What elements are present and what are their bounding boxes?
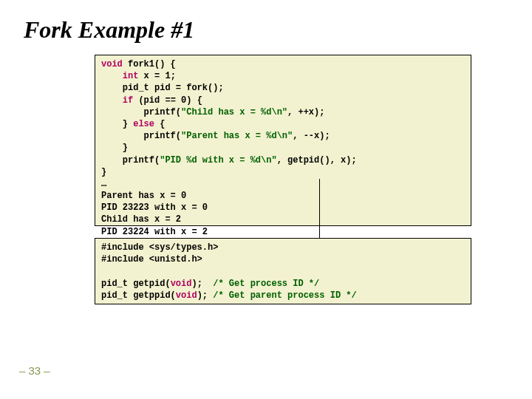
- connector-line: [319, 179, 320, 238]
- code-text: printf(: [101, 131, 181, 141]
- page-number: – 33 –: [19, 364, 50, 377]
- output-line: PID 23224 with x = 2: [101, 227, 208, 237]
- code-text: , ++x);: [287, 107, 324, 117]
- code-text: printf(: [101, 155, 160, 166]
- code-text: pid_t pid = fork();: [101, 83, 224, 93]
- string-literal: "Parent has x = %d\n": [181, 131, 293, 141]
- code-text: }: [101, 167, 106, 177]
- kw-if: if: [101, 95, 133, 106]
- output-line: PID 23223 with x = 0: [101, 202, 208, 213]
- string-literal: "PID %d with x = %d\n": [160, 155, 276, 166]
- code-text: }: [101, 143, 128, 153]
- comment: /* Get process ID */: [213, 279, 319, 289]
- code-text: {: [154, 119, 165, 129]
- code-text: );: [197, 290, 214, 301]
- code-text: #include <unistd.h>: [101, 254, 202, 265]
- code-text: pid_t getppid(: [101, 290, 176, 301]
- code-text: (pid == 0) {: [133, 95, 202, 106]
- slide: Fork Example #1 void fork1() { int x = 1…: [0, 0, 532, 399]
- code-text: …: [101, 179, 106, 189]
- kw-else: else: [133, 119, 154, 129]
- output-line: Parent has x = 0: [101, 191, 186, 201]
- output-line: Child has x = 2: [101, 214, 181, 225]
- kw-void: void: [171, 279, 192, 289]
- string-literal: "Child has x = %d\n": [181, 107, 287, 117]
- code-text: );: [191, 279, 213, 289]
- code-text: fork1() {: [123, 59, 176, 69]
- code-text: x = 1;: [138, 71, 175, 81]
- code-box-fork-example: void fork1() { int x = 1; pid_t pid = fo…: [95, 55, 471, 226]
- comment: /* Get parent process ID */: [213, 290, 356, 301]
- code-box-includes: #include <sys/types.h> #include <unistd.…: [95, 238, 471, 304]
- kw-int: int: [101, 71, 138, 81]
- slide-title: Fork Example #1: [24, 16, 194, 44]
- code-text: printf(: [101, 107, 181, 117]
- code-text: , --x);: [293, 131, 330, 141]
- code-text: #include <sys/types.h>: [101, 242, 218, 253]
- code-text: pid_t getpid(: [101, 279, 171, 289]
- code-text: , getpid(), x);: [277, 155, 357, 166]
- code-text: }: [101, 119, 133, 129]
- kw-void: void: [101, 59, 123, 69]
- kw-void: void: [176, 290, 197, 301]
